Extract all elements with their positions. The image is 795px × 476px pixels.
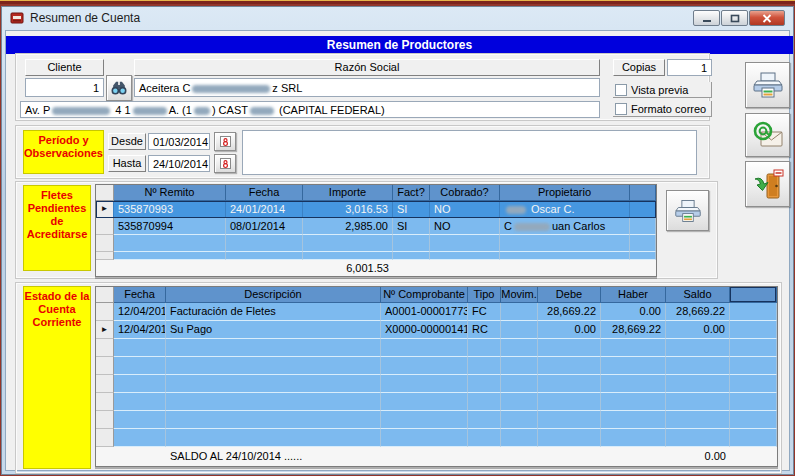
fletes-print-button[interactable] [666, 190, 709, 231]
col-header[interactable]: Fecha [114, 287, 166, 303]
copias-input[interactable]: 1 [667, 59, 712, 76]
col-header-blank [630, 185, 656, 201]
cell-tipo: FC [468, 303, 501, 321]
title-bar[interactable]: Resumen de Cuenta [2, 7, 793, 29]
col-header[interactable]: Tipo [468, 287, 501, 303]
cell-fecha: 12/04/2014 [114, 321, 166, 339]
cuenta-empty-row [96, 339, 777, 357]
row-selector-header [96, 185, 114, 201]
cell-movim [501, 321, 538, 339]
search-client-button[interactable] [106, 75, 132, 101]
cell-cobrado: NO [430, 218, 500, 235]
cell-fecha: 24/01/2014 [226, 201, 303, 218]
cuenta-row[interactable]: 12/04/2014 Facturación de Fletes A0001-0… [96, 303, 777, 321]
close-icon [762, 14, 772, 23]
col-header[interactable]: Fecha [226, 185, 303, 201]
email-button[interactable] [745, 113, 790, 157]
hasta-calendar-button[interactable] [214, 154, 236, 173]
row-selector [96, 303, 114, 321]
minimize-icon [702, 14, 712, 23]
desde-calendar-button[interactable] [214, 132, 236, 151]
app-icon [10, 11, 24, 25]
redacted-text [506, 206, 526, 214]
fletes-grid[interactable]: Nº Remito Fecha Importe Fact? Cobrado? P… [95, 184, 657, 277]
formato-correo-label: Formato correo [631, 103, 706, 115]
print-button[interactable] [745, 62, 790, 108]
cell-fecha: 08/01/2014 [226, 218, 303, 235]
checkbox-icon [615, 84, 627, 96]
exit-button[interactable] [745, 161, 790, 207]
cuenta-header-row: Fecha Descripción Nº Comprobante Tipo Mo… [96, 287, 777, 303]
col-header[interactable]: Debe [538, 287, 601, 303]
fletes-empty-row [96, 252, 656, 260]
vista-previa-checkbox[interactable]: Vista previa [613, 82, 712, 98]
fletes-section-label: Fletes Pendientes de Acreditarse [23, 185, 91, 271]
razon-social-header: Razón Social [134, 59, 600, 76]
cuenta-empty-row [96, 375, 777, 393]
close-button[interactable] [749, 10, 785, 26]
calendar-icon [219, 135, 232, 148]
col-header[interactable]: Importe [303, 185, 393, 201]
saldo-final-label: SALDO AL 24/10/2014 ...... [166, 447, 381, 466]
cell-propietario: Cuan Carlos [500, 218, 630, 235]
col-header[interactable]: Descripción [166, 287, 381, 303]
cliente-number-input[interactable]: 1 [25, 78, 104, 97]
cell-cobrado: NO [430, 201, 500, 218]
desde-input[interactable]: 01/03/2014 [148, 133, 210, 150]
col-header[interactable]: Movim. [501, 287, 538, 303]
binoculars-icon [109, 78, 129, 98]
app-window: Resumen de Cuenta Resumen de Productores… [1, 6, 794, 475]
cuenta-empty-row [96, 411, 777, 429]
col-header[interactable]: Saldo [666, 287, 730, 303]
maximize-icon [730, 14, 740, 23]
cuenta-empty-row [96, 429, 777, 447]
cell-importe: 2,985.00 [303, 218, 393, 235]
row-selector-arrow: ► [96, 321, 114, 339]
address-field[interactable]: Av. P 4 1A. (1) CAST (CAPITAL FEDERAL) [20, 101, 600, 118]
cell-descripcion: Su Pago [166, 321, 381, 339]
cell-fact: SI [393, 218, 430, 235]
fletes-row-selected[interactable]: ► 535870993 24/01/2014 3,016.53 SI NO Os… [96, 201, 656, 218]
cell-saldo: 28,669.22 [666, 303, 730, 321]
saldo-final-value: 0.00 [666, 447, 730, 466]
cuenta-empty-row [96, 393, 777, 411]
cell-debe: 28,669.22 [538, 303, 601, 321]
cuenta-section-label: Estado de la Cuenta Corriente [23, 286, 91, 469]
formato-correo-checkbox[interactable]: Formato correo [613, 101, 712, 117]
row-selector [96, 218, 114, 235]
col-header[interactable]: Fact? [393, 185, 430, 201]
cuenta-grid[interactable]: Fecha Descripción Nº Comprobante Tipo Mo… [95, 286, 778, 467]
checkbox-icon [615, 103, 627, 115]
fletes-total-value: 6,001.53 [303, 260, 393, 276]
minimize-button[interactable] [693, 10, 720, 26]
row-selector-arrow: ► [96, 201, 114, 218]
hasta-input[interactable]: 24/10/2014 [148, 155, 210, 172]
exit-door-icon [752, 167, 784, 201]
redacted-text [194, 107, 210, 115]
window-title: Resumen de Cuenta [30, 11, 140, 25]
fletes-row[interactable]: 535870994 08/01/2014 2,985.00 SI NO Cuan… [96, 218, 656, 235]
cell-saldo: 0.00 [666, 321, 730, 339]
redacted-text [133, 107, 167, 115]
copias-label: Copias [613, 59, 665, 76]
col-header[interactable]: Nº Comprobante [381, 287, 468, 303]
hasta-label: Hasta [108, 155, 146, 172]
cell-descripcion: Facturación de Fletes [166, 303, 381, 321]
col-header[interactable]: Propietario [500, 185, 630, 201]
vista-previa-label: Vista previa [631, 84, 688, 96]
redacted-text [250, 107, 274, 115]
col-header[interactable]: Nº Remito [114, 185, 226, 201]
cell-remito: 535870993 [114, 201, 226, 218]
fletes-total-row: 6,001.53 [96, 260, 656, 276]
redacted-text [514, 223, 550, 231]
razon-social-value[interactable]: Aceitera Cz SRL [134, 78, 600, 97]
maximize-button[interactable] [721, 10, 748, 26]
cell-remito: 535870994 [114, 218, 226, 235]
desktop-background: Resumen de Cuenta Resumen de Productores… [0, 0, 795, 476]
cuenta-row-selected[interactable]: ► 12/04/2014 Su Pago X0000-00000141 RC 0… [96, 321, 777, 339]
col-header[interactable]: Haber [601, 287, 666, 303]
printer-icon [674, 197, 702, 225]
col-header[interactable]: Cobrado? [430, 185, 500, 201]
observaciones-box[interactable] [242, 130, 697, 175]
cell-tipo: RC [468, 321, 501, 339]
